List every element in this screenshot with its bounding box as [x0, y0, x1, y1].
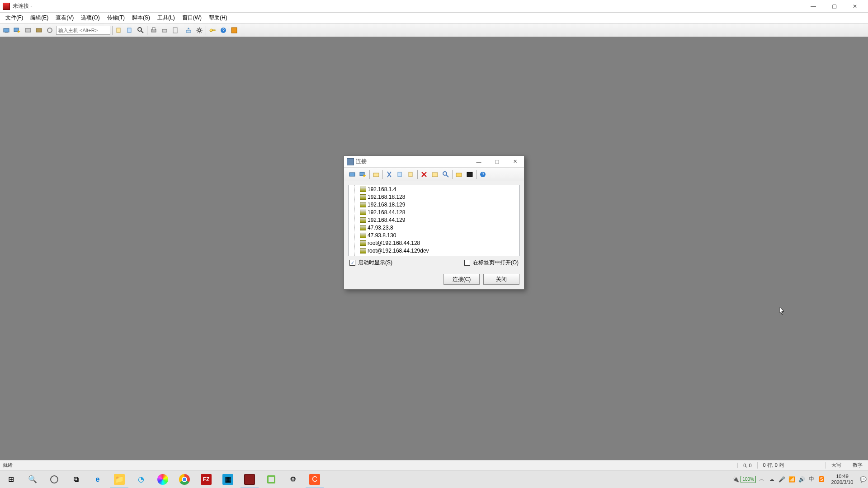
show-on-start-label: 启动时显示(S) [358, 259, 392, 267]
filezilla-icon[interactable]: FZ [195, 470, 217, 488]
minimize-button[interactable]: — [803, 0, 824, 13]
session-item[interactable]: root@192.168.44.128 [349, 239, 519, 247]
wifi-icon[interactable]: 📶 [787, 470, 797, 488]
print-setup-icon[interactable] [160, 25, 170, 35]
session-icon [360, 210, 366, 215]
menu-edit[interactable]: 编辑(E) [27, 13, 52, 23]
menu-window[interactable]: 窗口(W) [179, 13, 205, 23]
chrome-icon[interactable] [174, 470, 195, 488]
print-icon[interactable] [149, 25, 159, 35]
upload-icon[interactable] [184, 25, 193, 35]
connect-icon[interactable] [1, 25, 11, 35]
svg-line-9 [141, 31, 143, 33]
key-icon[interactable] [208, 25, 217, 35]
session-item[interactable]: 192.168.18.128 [349, 193, 519, 201]
paste-icon[interactable] [125, 25, 135, 35]
tray-chevron-icon[interactable]: ︿ [757, 470, 767, 488]
task-view-button[interactable]: ⧉ [65, 470, 87, 488]
log-icon[interactable] [170, 25, 180, 35]
session-item[interactable]: 192.168.44.129 [349, 216, 519, 224]
menu-tools[interactable]: 工具(L) [154, 13, 179, 23]
session-item[interactable]: 47.93.8.130 [349, 231, 519, 239]
battery-indicator[interactable]: 100% [741, 476, 756, 483]
open-folder-icon[interactable] [454, 169, 464, 179]
mic-icon[interactable]: 🎤 [777, 470, 787, 488]
maximize-button[interactable]: ▢ [824, 0, 844, 13]
quick-session-icon[interactable] [358, 169, 368, 179]
dialog-maximize-button[interactable]: ▢ [488, 156, 506, 167]
menu-help[interactable]: 帮助(H) [205, 13, 231, 23]
edge-icon[interactable]: e [87, 470, 108, 488]
menu-transfer[interactable]: 传输(T) [104, 13, 128, 23]
quick-connect-icon[interactable] [12, 25, 22, 35]
session-item[interactable]: 192.168.1.4 [349, 185, 519, 193]
cut-icon[interactable] [384, 169, 394, 179]
find-session-icon[interactable] [441, 169, 451, 179]
explorer-icon[interactable]: 📁 [108, 470, 130, 488]
close-dialog-button[interactable]: 关闭 [483, 274, 519, 285]
session-item[interactable]: 47.93.23.8 [349, 224, 519, 231]
charging-icon[interactable]: 🔌 [731, 470, 741, 488]
volume-icon[interactable]: 🔊 [797, 470, 807, 488]
dialog-close-button[interactable]: ✕ [506, 156, 524, 167]
dialog-titlebar[interactable]: 连接 — ▢ ✕ [344, 156, 524, 168]
paste-icon[interactable] [406, 169, 416, 179]
open-in-tab-checkbox[interactable] [464, 260, 470, 266]
menu-file[interactable]: 文件(F) [2, 13, 27, 23]
svg-text:?: ? [222, 28, 225, 33]
app-icon-3[interactable]: C [304, 470, 326, 488]
toolbar-separator [182, 26, 182, 35]
help-icon[interactable]: ? [218, 25, 228, 35]
cortana-button[interactable] [43, 470, 65, 488]
tray-clock[interactable]: 10:49 2020/3/10 [826, 474, 858, 485]
windows-settings-icon[interactable]: ⚙ [282, 470, 304, 488]
session-item[interactable]: 192.168.44.128 [349, 208, 519, 216]
reconnect-icon[interactable] [23, 25, 33, 35]
menu-view[interactable]: 查看(V) [52, 13, 77, 23]
config-icon[interactable] [45, 25, 55, 35]
new-session-icon[interactable] [347, 169, 357, 179]
securecrt-icon[interactable] [239, 470, 260, 488]
new-folder-icon[interactable] [371, 169, 381, 179]
menu-script[interactable]: 脚本(S) [128, 13, 154, 23]
disconnect-icon[interactable] [34, 25, 44, 35]
terminal-icon[interactable] [465, 169, 475, 179]
connect-button[interactable]: 连接(C) [443, 274, 480, 285]
session-item[interactable]: root@192.168.44.129dev [349, 247, 519, 254]
notifications-icon[interactable]: 💬 [858, 470, 868, 488]
session-label: 192.168.44.129 [368, 217, 405, 223]
menubar: 文件(F) 编辑(E) 查看(V) 选项(O) 传输(T) 脚本(S) 工具(L… [0, 13, 868, 23]
svg-point-15 [198, 29, 201, 32]
onedrive-icon[interactable]: ☁ [767, 470, 777, 488]
session-label: 47.93.23.8 [368, 225, 393, 231]
delete-icon[interactable] [419, 169, 429, 179]
copy-icon[interactable] [395, 169, 405, 179]
svg-rect-3 [25, 28, 31, 32]
session-item[interactable]: 192.168.18.129 [349, 201, 519, 208]
status-num: 数字 [847, 462, 868, 469]
browser1-icon[interactable] [152, 470, 174, 488]
host-input[interactable] [56, 26, 110, 35]
about-icon[interactable] [229, 25, 239, 35]
titlebar: 未连接 - — ▢ ✕ [0, 0, 868, 13]
start-button[interactable]: ⊞ [0, 470, 22, 488]
menu-options[interactable]: 选项(O) [77, 13, 103, 23]
dialog-minimize-button[interactable]: — [470, 156, 488, 167]
connect-dialog: 连接 — ▢ ✕ ? 192.168.1.4192.168.18.128192.… [344, 155, 524, 290]
svg-point-5 [47, 28, 52, 33]
show-on-start-checkbox[interactable]: ✓ [349, 260, 355, 266]
properties-icon[interactable] [430, 169, 440, 179]
close-button[interactable]: ✕ [844, 0, 865, 13]
settings-icon[interactable] [194, 25, 204, 35]
svg-rect-17 [212, 30, 215, 31]
find-icon[interactable] [136, 25, 146, 35]
clock-app-icon[interactable]: ◔ [130, 470, 152, 488]
copy-icon[interactable] [114, 25, 124, 35]
session-list[interactable]: 192.168.1.4192.168.18.128192.168.18.1291… [349, 185, 519, 256]
app-icon-1[interactable]: ▦ [217, 470, 239, 488]
app-icon-2[interactable] [260, 470, 282, 488]
sogou-icon[interactable]: S [816, 470, 826, 488]
dialog-help-icon[interactable]: ? [478, 169, 488, 179]
ime-icon[interactable]: 中 [807, 470, 816, 488]
search-button[interactable]: 🔍 [22, 470, 43, 488]
